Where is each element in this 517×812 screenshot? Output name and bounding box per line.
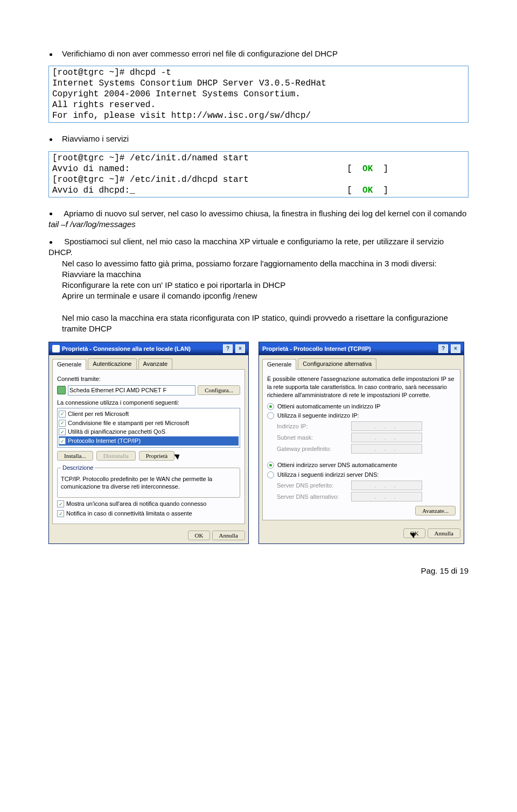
bullet-4f: Nel mio caso la macchina era stata ricon… — [62, 313, 469, 335]
cancel-button[interactable]: Annulla — [212, 531, 245, 540]
radio-auto-ip[interactable] — [267, 403, 274, 410]
checkbox-show-icon[interactable]: Mostra un'icona sull'area di notifica qu… — [66, 500, 206, 508]
dns2-label: Server DNS alternativo: — [277, 493, 347, 501]
inline-command-tail: tail –f /var/log/messages — [48, 220, 136, 229]
dns1-field: . . . — [351, 481, 422, 490]
close-icon[interactable]: × — [235, 344, 245, 353]
bullet-4a: Spostiamoci sul client, nel mio caso la … — [48, 237, 444, 257]
uninstall-button: Disinstalla — [96, 451, 136, 461]
help-icon[interactable]: ? — [438, 344, 448, 353]
tcpip-properties-window: Proprietà - Protocollo Internet (TCP/IP)… — [258, 342, 464, 544]
tab-avanzate[interactable]: Avanzate — [138, 358, 173, 369]
nic-icon — [57, 386, 66, 394]
ok-button[interactable]: OK — [188, 531, 211, 540]
advanced-button[interactable]: Avanzate... — [415, 506, 456, 516]
radio-static-ip[interactable] — [267, 412, 274, 419]
gateway-field: . . . — [351, 444, 422, 454]
description-legend: Descrizione — [61, 464, 95, 472]
checkbox-notify-limited[interactable]: Notifica in caso di connettività limitat… — [66, 510, 192, 518]
install-button[interactable]: Installa... — [57, 451, 93, 461]
bullet-4e: Aprire un terminale e usare il comando i… — [62, 291, 469, 301]
window-title: Proprietà - Connessione alla rete locale… — [62, 345, 191, 353]
window-icon — [52, 345, 60, 352]
tab-autenticazione[interactable]: Autenticazione — [88, 358, 136, 369]
terminal-output-2: [root@tgrc ~]# /etc/init.d/named start A… — [48, 151, 469, 197]
radio-auto-dns-label[interactable]: Ottieni indirizzo server DNS automaticam… — [277, 461, 397, 469]
bullet-4c: Riavviare la macchina — [62, 269, 469, 280]
properties-button[interactable]: Proprietà — [139, 451, 174, 461]
list-item[interactable]: Utilità di pianificazione pacchetti QoS — [68, 428, 165, 436]
intro-text: È possibile ottenere l'assegnazione auto… — [267, 375, 456, 399]
dns2-field: . . . — [351, 492, 422, 502]
components-label: La connessione utilizza i componenti seg… — [57, 399, 240, 407]
mouse-cursor-icon — [411, 531, 418, 540]
radio-static-dns-label[interactable]: Utilizza i seguenti indirizzi server DNS… — [277, 471, 379, 479]
radio-static-dns[interactable] — [267, 471, 274, 478]
components-listbox[interactable]: ✓Client per reti Microsoft ✓Condivisione… — [57, 408, 240, 448]
mask-label: Subnet mask: — [277, 434, 347, 442]
bullet-4d: Riconfigurare la rete con un' IP statico… — [62, 280, 469, 291]
tab-generale[interactable]: Generale — [262, 359, 296, 370]
nic-field[interactable] — [68, 385, 195, 396]
mask-field: . . . — [351, 433, 422, 442]
window-title: Proprietà - Protocollo Internet (TCP/IP) — [262, 345, 371, 353]
bullet-1: Verifichiamo di non aver commesso errori… — [62, 49, 338, 58]
list-item[interactable]: Condivisione file e stampanti per reti M… — [68, 419, 189, 427]
radio-auto-dns[interactable] — [267, 462, 274, 469]
list-item-selected[interactable]: Protocollo Internet (TCP/IP) — [68, 437, 141, 445]
terminal-output-1: [root@tgrc ~]# dhcpd -t Internet Systems… — [48, 66, 469, 123]
help-icon[interactable]: ? — [223, 344, 233, 353]
list-item[interactable]: Client per reti Microsoft — [68, 410, 129, 418]
close-icon[interactable]: × — [451, 344, 460, 353]
tab-generale[interactable]: Generale — [52, 359, 86, 370]
page-footer: Pag. 15 di 19 — [48, 566, 469, 576]
mouse-cursor-icon — [176, 453, 182, 461]
configure-button[interactable]: Configura... — [198, 385, 240, 395]
radio-static-ip-label[interactable]: Utilizza il seguente indirizzo IP: — [277, 412, 359, 420]
ip-label: Indirizzo IP: — [277, 422, 347, 430]
lan-properties-window: Proprietà - Connessione alla rete locale… — [48, 342, 249, 544]
radio-auto-ip-label[interactable]: Ottieni automaticamente un indirizzo IP — [277, 403, 380, 411]
description-text: TCP/IP. Protocollo predefinito per le WA… — [61, 475, 236, 491]
gateway-label: Gateway predefinito: — [277, 445, 347, 453]
dns1-label: Server DNS preferito: — [277, 482, 347, 490]
ip-field: . . . — [351, 421, 422, 431]
connect-via-label: Connetti tramite: — [57, 375, 240, 383]
bullet-2: Riavviamo i servizi — [62, 134, 129, 143]
cancel-button[interactable]: Annulla — [428, 528, 460, 538]
bullet-4b: Nel caso lo avessimo fatto già prima, po… — [62, 258, 469, 269]
tab-config-alternativa[interactable]: Configurazione alternativa — [298, 358, 376, 369]
bullet-3: Apriamo di nuovo sul server, nel caso lo… — [64, 209, 466, 218]
